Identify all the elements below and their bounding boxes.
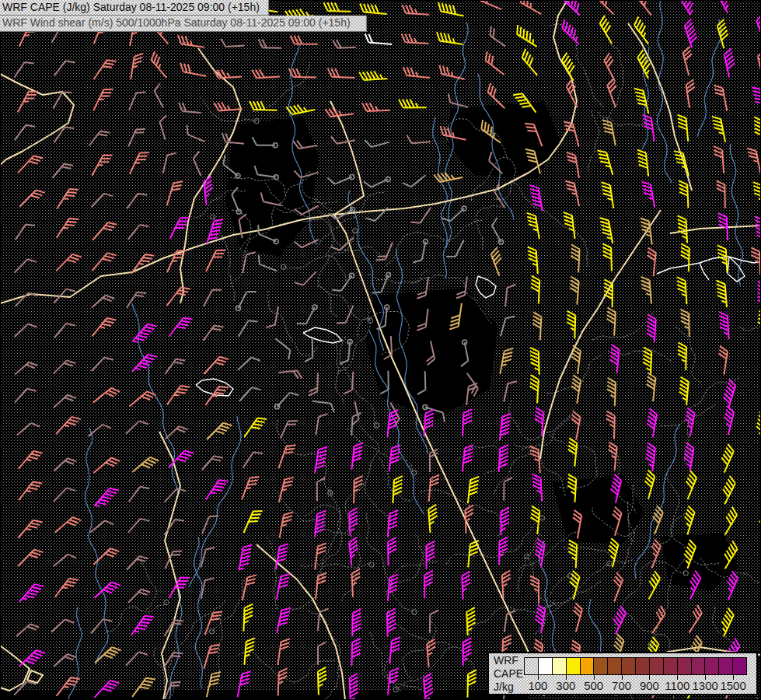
- map-title-windshear: WRF Wind shear (m/s) 500/1000hPa Saturda…: [0, 16, 367, 32]
- legend-color-cell: [539, 658, 553, 674]
- legend-color-cell: [525, 658, 539, 674]
- legend-label-line: WRF: [494, 654, 525, 667]
- legend-color-cell: [553, 658, 567, 674]
- legend-color-cell: [692, 658, 706, 674]
- weather-map-view: WRF CAPE (J/kg) Saturday 08-11-2025 09:0…: [0, 0, 761, 700]
- legend-color-cell: [650, 658, 664, 674]
- legend-color-cell: [581, 658, 595, 674]
- legend-color-cell: [608, 658, 622, 674]
- legend-color-cell: [678, 658, 692, 674]
- legend-color-cell: [719, 658, 733, 674]
- legend-color-cell: [636, 658, 650, 674]
- legend-color-cell: [594, 658, 608, 674]
- legend-color-cell: [705, 658, 719, 674]
- map-title-cape: WRF CAPE (J/kg) Saturday 08-11-2025 09:0…: [0, 0, 269, 16]
- cape-legend: WRF CAPE J/kg 10030050070090011001300150…: [487, 652, 758, 695]
- legend-colorbar: [524, 657, 747, 675]
- legend-color-cell: [733, 658, 746, 674]
- legend-tick-label: 1500: [716, 679, 750, 692]
- legend-color-cell: [622, 658, 636, 674]
- legend-color-cell: [664, 658, 678, 674]
- map-canvas: [0, 0, 761, 700]
- legend-color-cell: [567, 658, 581, 674]
